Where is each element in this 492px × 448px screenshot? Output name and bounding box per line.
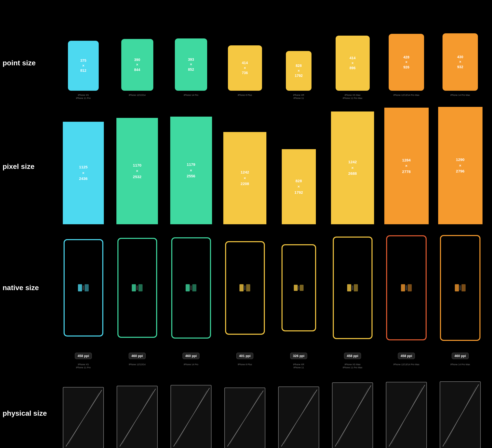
point-rect-d2: 390×844 [121,39,153,91]
pixel-col-d8: 1290×2796 [433,107,487,224]
ppi-badge-d4: 401 ppi [236,353,254,359]
pixel-col-d2: 1170×2532 [110,118,164,224]
point-size-section: point size 375×812390×844393×852414×7368… [0,33,492,93]
point-col-d6: 414×896 [326,36,379,91]
device-name-top-label-d2: iPhone 12/13/14 [128,94,147,97]
device-name-top-label-d8: iPhone 14 Pro Max [449,94,471,97]
device-name-ppi-d1: iPhone XSiPhone 11 Pro [56,362,110,369]
device-name-top-d7: iPhone 12/13/14 Pro Max [379,94,433,97]
physical-rect-d3 [170,385,212,448]
device-name-top-d8: iPhone 14 Pro Max [433,94,487,97]
physical-rect-d7 [386,382,427,448]
device-name-ppi-label-d4: iPhone 8 Plus [237,363,253,366]
device-names-top-section: iPhone XSiPhone 11 ProiPhone 12/13/14iPh… [0,93,492,107]
pixel-rect-d8: 1290×2796 [438,107,483,224]
native-col-d3 [164,226,218,349]
device-name-ppi-d6: iPhone XS MaxiPhone 11 Pro Max [326,362,379,369]
ppi-col-d6: 458 ppi [326,353,379,359]
point-col-d1: 375×812 [56,41,110,91]
physical-size-label: physical size [0,409,47,418]
svg-line-3 [122,391,153,444]
pixel-col-d1: 1125×2436 [56,122,110,224]
ppi-badge-d3: 460 ppi [183,353,200,359]
point-col-d7: 428×926 [379,34,433,91]
pixel-rect-d5: 828×1792 [282,149,316,224]
pixel-col-d7: 1284×2778 [379,108,433,224]
native-col-d5 [272,226,326,349]
native-col-d2 [110,226,164,349]
physical-rect-d1 [63,387,104,448]
ppi-col-d5: 326 ppi [272,353,326,359]
device-names-bottom-section: iPhone XSiPhone 11 ProiPhone 12/13/14iPh… [0,362,492,376]
ppi-col-d3: 460 ppi [164,353,218,359]
pixel-size-row: 1125×24361170×25321179×25561242×2208828×… [56,107,492,226]
device-name-top-label-d3: iPhone 14 Pro [183,94,199,97]
ppi-badge-d5: 326 ppi [290,353,307,359]
native-col-d8 [433,226,487,349]
device-name-ppi-d2: iPhone 12/13/14 [110,362,164,366]
point-rect-d3: 393×852 [175,38,207,91]
physical-rect-d2 [117,386,158,448]
native-outer-d1 [64,239,103,337]
ppi-badge-d7: 458 ppi [398,353,415,359]
physical-size-section: physical size [0,376,492,448]
device-name-ppi-label-d1: iPhone XSiPhone 11 Pro [75,363,92,369]
svg-line-13 [391,388,422,444]
pixel-rect-d3: 1179×2556 [170,117,212,224]
ppi-col-d8: 460 ppi [433,353,487,359]
physical-col-d7 [379,382,433,448]
device-name-top-d4: iPhone 8 Plus [218,94,272,97]
point-col-d3: 393×852 [164,38,218,91]
svg-line-5 [176,391,207,444]
ppi-col-d1: 458 ppi [56,353,110,359]
native-col-d6 [326,226,379,349]
native-size-label: native size [0,284,39,292]
point-rect-d7: 428×926 [389,34,424,91]
point-size-row: 375×812390×844393×852414×736828×1792414×… [56,33,492,93]
ppi-badge-d6: 458 ppi [344,353,361,359]
native-outer-d4 [225,241,265,335]
pixel-col-d4: 1242×2208 [218,132,272,224]
ppi-col-d2: 460 ppi [110,353,164,359]
device-name-top-label-d5: iPhone XRiPhone 11 [292,94,305,100]
native-outer-d2 [117,238,157,338]
device-name-ppi-label-d2: iPhone 12/13/14 [128,363,147,366]
ppi-section: 458 ppi460 ppi460 ppi401 ppi326 ppi458 p… [0,349,492,362]
point-rect-d1: 375×812 [68,41,99,91]
device-name-ppi-d7: iPhone 12/13/14 Pro Max [379,362,433,366]
ppi-badge-d2: 460 ppi [129,353,146,359]
pixel-rect-d2: 1170×2532 [116,118,158,224]
physical-size-label-area: physical size [0,376,56,448]
device-name-top-label-d7: iPhone 12/13/14 Pro Max [392,94,420,97]
svg-line-7 [230,393,261,444]
point-col-d5: 828×1792 [272,51,326,91]
native-outer-d8 [440,235,480,341]
svg-line-9 [284,392,315,444]
svg-line-1 [68,393,99,444]
physical-col-d4 [218,388,272,448]
native-outer-d7 [386,235,427,340]
device-name-ppi-d8: iPhone 14 Pro Max [433,362,487,366]
device-name-ppi-d3: iPhone 14 Pro [164,362,218,366]
point-rect-d6: 414×896 [336,36,370,91]
device-name-ppi-d4: iPhone 8 Plus [218,362,272,366]
device-name-top-d6: iPhone XS MaxiPhone 11 Pro Max [326,94,379,100]
physical-col-d6 [326,382,379,448]
pixel-size-label-area: pixel size [0,107,56,226]
device-name-ppi-label-d3: iPhone 14 Pro [183,363,199,366]
device-names-top-row: iPhone XSiPhone 11 ProiPhone 12/13/14iPh… [56,93,492,107]
native-outer-d3 [171,237,211,339]
device-name-top-label-d6: iPhone XS MaxiPhone 11 Pro Max [342,94,364,100]
device-name-ppi-label-d5: iPhone XRiPhone 11 [292,363,305,369]
ppi-badge-d1: 458 ppi [75,353,92,359]
ppi-col-d4: 401 ppi [218,353,272,359]
point-rect-d4: 414×736 [228,45,262,91]
pixel-rect-d4: 1242×2208 [223,132,266,224]
native-outer-d6 [333,237,373,339]
svg-line-15 [445,387,476,444]
native-size-label-area: native size [0,226,56,349]
physical-rect-d5 [278,386,319,448]
device-name-ppi-label-d7: iPhone 12/13/14 Pro Max [392,363,420,366]
physical-col-d3 [164,385,218,448]
ppi-badge-d8: 460 ppi [452,353,469,359]
